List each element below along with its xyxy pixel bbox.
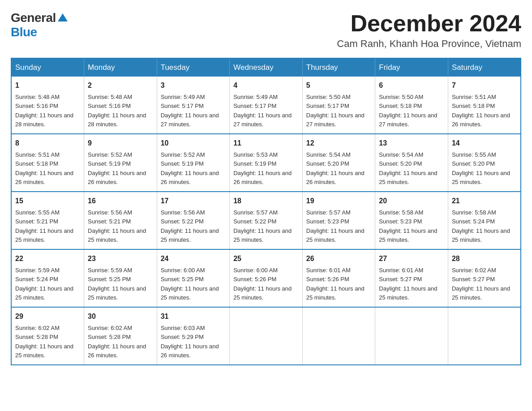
logo-general: General [11,11,56,25]
day-number: 24 [161,253,226,264]
day-number: 26 [306,253,372,264]
day-number: 29 [15,311,80,322]
calendar-cell [448,307,521,365]
day-number: 21 [452,196,517,206]
calendar-cell: 24 Sunrise: 6:00 AMSunset: 5:25 PMDaylig… [157,249,230,307]
calendar-cell: 15 Sunrise: 5:55 AMSunset: 5:21 PMDaylig… [11,192,84,249]
day-number: 6 [379,80,444,91]
logo-blue: Blue [11,25,37,39]
day-info: Sunrise: 5:58 AMSunset: 5:24 PMDaylight:… [452,209,510,243]
day-info: Sunrise: 5:51 AMSunset: 5:18 PMDaylight:… [452,94,510,128]
header-tuesday: Tuesday [157,58,230,77]
day-number: 31 [161,311,226,322]
calendar-cell: 9 Sunrise: 5:52 AMSunset: 5:19 PMDayligh… [84,134,157,192]
day-info: Sunrise: 5:55 AMSunset: 5:21 PMDaylight:… [15,209,73,243]
day-info: Sunrise: 5:48 AMSunset: 5:16 PMDaylight:… [15,94,73,128]
calendar-cell: 8 Sunrise: 5:51 AMSunset: 5:18 PMDayligh… [11,134,84,192]
calendar-cell: 16 Sunrise: 5:56 AMSunset: 5:21 PMDaylig… [84,192,157,249]
day-number: 1 [15,80,80,91]
calendar-cell: 26 Sunrise: 6:01 AMSunset: 5:26 PMDaylig… [302,249,375,307]
day-info: Sunrise: 5:52 AMSunset: 5:19 PMDaylight:… [88,151,146,185]
day-info: Sunrise: 5:58 AMSunset: 5:23 PMDaylight:… [379,209,437,243]
calendar-cell: 2 Sunrise: 5:48 AMSunset: 5:16 PMDayligh… [84,77,157,134]
calendar-cell: 17 Sunrise: 5:56 AMSunset: 5:22 PMDaylig… [157,192,230,249]
calendar-cell: 27 Sunrise: 6:01 AMSunset: 5:27 PMDaylig… [375,249,448,307]
calendar-cell: 5 Sunrise: 5:50 AMSunset: 5:17 PMDayligh… [302,77,375,134]
weekday-header-row: Sunday Monday Tuesday Wednesday Thursday… [11,58,521,77]
day-number: 2 [88,80,153,91]
title-section: December 2024 Cam Ranh, Khanh Hoa Provin… [337,11,521,50]
month-title: December 2024 [337,11,521,36]
calendar-week-row: 1 Sunrise: 5:48 AMSunset: 5:16 PMDayligh… [11,77,521,134]
day-info: Sunrise: 6:00 AMSunset: 5:26 PMDaylight:… [233,267,292,301]
day-info: Sunrise: 5:50 AMSunset: 5:18 PMDaylight:… [379,94,437,128]
day-number: 27 [379,253,444,264]
header-friday: Friday [375,58,448,77]
day-info: Sunrise: 6:02 AMSunset: 5:28 PMDaylight:… [88,325,146,359]
day-info: Sunrise: 6:00 AMSunset: 5:25 PMDaylight:… [161,267,219,301]
day-number: 15 [15,196,80,206]
day-info: Sunrise: 6:02 AMSunset: 5:28 PMDaylight:… [15,325,73,359]
calendar-week-row: 15 Sunrise: 5:55 AMSunset: 5:21 PMDaylig… [11,192,521,249]
day-number: 25 [233,253,299,264]
day-number: 12 [306,138,372,149]
calendar-cell: 29 Sunrise: 6:02 AMSunset: 5:28 PMDaylig… [11,307,84,365]
header-wednesday: Wednesday [230,58,303,77]
day-info: Sunrise: 5:57 AMSunset: 5:23 PMDaylight:… [306,209,365,243]
day-info: Sunrise: 5:57 AMSunset: 5:22 PMDaylight:… [233,209,292,243]
day-info: Sunrise: 6:01 AMSunset: 5:27 PMDaylight:… [379,267,437,301]
day-info: Sunrise: 5:53 AMSunset: 5:19 PMDaylight:… [233,151,292,185]
calendar-cell: 14 Sunrise: 5:55 AMSunset: 5:20 PMDaylig… [448,134,521,192]
calendar-cell: 18 Sunrise: 5:57 AMSunset: 5:22 PMDaylig… [230,192,303,249]
calendar-week-row: 22 Sunrise: 5:59 AMSunset: 5:24 PMDaylig… [11,249,521,307]
header-sunday: Sunday [11,58,84,77]
calendar-cell: 12 Sunrise: 5:54 AMSunset: 5:20 PMDaylig… [302,134,375,192]
calendar-cell: 19 Sunrise: 5:57 AMSunset: 5:23 PMDaylig… [302,192,375,249]
day-number: 22 [15,253,80,264]
day-info: Sunrise: 6:02 AMSunset: 5:27 PMDaylight:… [452,267,510,301]
calendar-cell: 25 Sunrise: 6:00 AMSunset: 5:26 PMDaylig… [230,249,303,307]
calendar-cell: 1 Sunrise: 5:48 AMSunset: 5:16 PMDayligh… [11,77,84,134]
day-info: Sunrise: 5:54 AMSunset: 5:20 PMDaylight:… [379,151,437,185]
calendar-cell: 21 Sunrise: 5:58 AMSunset: 5:24 PMDaylig… [448,192,521,249]
day-info: Sunrise: 5:50 AMSunset: 5:17 PMDaylight:… [306,94,365,128]
logo-triangle-icon [58,13,68,22]
header-monday: Monday [84,58,157,77]
day-info: Sunrise: 5:59 AMSunset: 5:24 PMDaylight:… [15,267,73,301]
day-number: 18 [233,196,299,206]
day-info: Sunrise: 5:59 AMSunset: 5:25 PMDaylight:… [88,267,146,301]
svg-marker-0 [58,13,68,21]
day-info: Sunrise: 5:49 AMSunset: 5:17 PMDaylight:… [233,94,292,128]
day-number: 17 [161,196,226,206]
calendar-cell: 11 Sunrise: 5:53 AMSunset: 5:19 PMDaylig… [230,134,303,192]
day-info: Sunrise: 5:49 AMSunset: 5:17 PMDaylight:… [161,94,219,128]
day-info: Sunrise: 5:48 AMSunset: 5:16 PMDaylight:… [88,94,146,128]
page-header: General Blue December 2024 Cam Ranh, Kha… [11,11,521,50]
location-subtitle: Cam Ranh, Khanh Hoa Province, Vietnam [337,38,521,50]
calendar-week-row: 29 Sunrise: 6:02 AMSunset: 5:28 PMDaylig… [11,307,521,365]
calendar-cell: 6 Sunrise: 5:50 AMSunset: 5:18 PMDayligh… [375,77,448,134]
calendar-table: Sunday Monday Tuesday Wednesday Thursday… [11,58,521,365]
day-number: 4 [233,80,299,91]
calendar-cell: 3 Sunrise: 5:49 AMSunset: 5:17 PMDayligh… [157,77,230,134]
day-info: Sunrise: 5:52 AMSunset: 5:19 PMDaylight:… [161,151,219,185]
calendar-cell: 23 Sunrise: 5:59 AMSunset: 5:25 PMDaylig… [84,249,157,307]
day-number: 20 [379,196,444,206]
day-number: 23 [88,253,153,264]
header-saturday: Saturday [448,58,521,77]
calendar-cell: 31 Sunrise: 6:03 AMSunset: 5:29 PMDaylig… [157,307,230,365]
calendar-week-row: 8 Sunrise: 5:51 AMSunset: 5:18 PMDayligh… [11,134,521,192]
calendar-cell: 13 Sunrise: 5:54 AMSunset: 5:20 PMDaylig… [375,134,448,192]
day-number: 7 [452,80,517,91]
calendar-cell: 7 Sunrise: 5:51 AMSunset: 5:18 PMDayligh… [448,77,521,134]
calendar-cell [375,307,448,365]
day-number: 28 [452,253,517,264]
day-info: Sunrise: 5:56 AMSunset: 5:22 PMDaylight:… [161,209,219,243]
day-number: 11 [233,138,299,149]
calendar-cell: 20 Sunrise: 5:58 AMSunset: 5:23 PMDaylig… [375,192,448,249]
calendar-cell: 4 Sunrise: 5:49 AMSunset: 5:17 PMDayligh… [230,77,303,134]
day-info: Sunrise: 6:03 AMSunset: 5:29 PMDaylight:… [161,325,219,359]
day-number: 8 [15,138,80,149]
day-info: Sunrise: 5:55 AMSunset: 5:20 PMDaylight:… [452,151,510,185]
calendar-cell: 10 Sunrise: 5:52 AMSunset: 5:19 PMDaylig… [157,134,230,192]
